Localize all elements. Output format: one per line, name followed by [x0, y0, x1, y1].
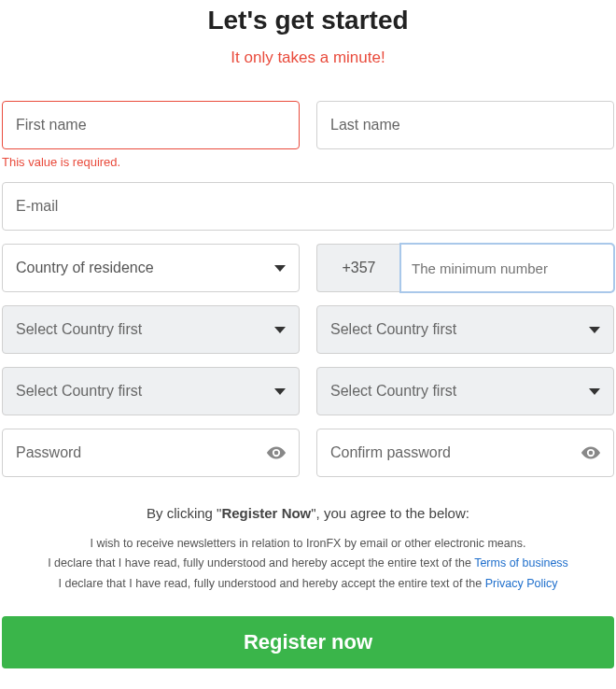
terms-intro: By clicking "Register Now", you agree to… [2, 505, 614, 521]
chevron-down-icon [589, 388, 600, 395]
last-name-input[interactable] [316, 101, 614, 149]
page-subtitle: It only takes a minute! [2, 49, 614, 67]
first-name-input[interactable] [2, 101, 300, 149]
dependent-select-4-label: Select Country first [330, 383, 456, 400]
first-name-error: This value is required. [2, 155, 300, 169]
chevron-down-icon [274, 388, 286, 395]
privacy-policy-link[interactable]: Privacy Policy [485, 577, 558, 590]
confirm-password-input[interactable] [316, 429, 614, 477]
chevron-down-icon [589, 327, 600, 333]
dependent-select-1-label: Select Country first [16, 321, 142, 338]
email-input[interactable] [2, 182, 614, 231]
phone-code: +357 [316, 244, 400, 292]
email-field [2, 182, 614, 231]
chevron-down-icon [274, 327, 286, 333]
registration-form: Let's get started It only takes a minute… [0, 6, 616, 668]
chevron-down-icon [274, 265, 286, 272]
first-name-field [2, 101, 300, 149]
dependent-select-1[interactable]: Select Country first [2, 305, 300, 354]
dependent-select-3-label: Select Country first [16, 383, 142, 400]
password-input[interactable] [2, 429, 300, 477]
password-field [2, 429, 300, 477]
last-name-field [316, 101, 614, 149]
terms-of-business-link[interactable]: Terms of business [474, 556, 568, 569]
dependent-select-4[interactable]: Select Country first [316, 367, 614, 415]
register-button[interactable]: Register now [2, 616, 614, 668]
confirm-password-field [316, 429, 614, 477]
terms-body: I wish to receive newsletters in relatio… [2, 534, 614, 594]
dependent-select-2-label: Select Country first [330, 321, 456, 338]
newsletter-line: I wish to receive newsletters in relatio… [2, 534, 614, 554]
eye-icon[interactable] [581, 443, 601, 463]
phone-input[interactable] [400, 244, 614, 292]
dependent-select-2[interactable]: Select Country first [316, 305, 614, 354]
dependent-select-3[interactable]: Select Country first [2, 367, 300, 415]
terms-of-business-line: I declare that I have read, fully unders… [2, 554, 614, 573]
eye-icon[interactable] [266, 443, 287, 463]
page-title: Let's get started [2, 6, 614, 35]
country-select[interactable]: Country of residence [2, 244, 300, 292]
privacy-policy-line: I declare that I have read, fully unders… [2, 574, 614, 594]
country-select-label: Country of residence [16, 260, 154, 276]
phone-field: +357 [316, 244, 614, 292]
